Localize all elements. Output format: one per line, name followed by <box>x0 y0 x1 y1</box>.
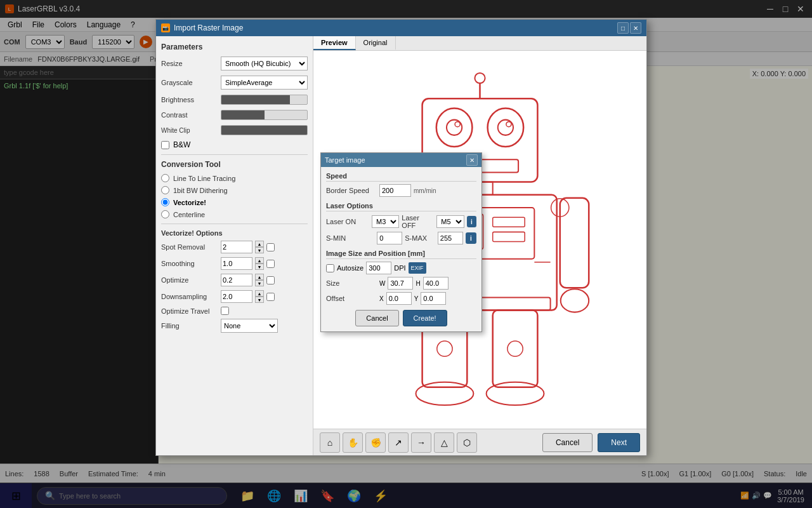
offset-y-input[interactable] <box>421 292 446 305</box>
laser-on-label: Laser ON <box>326 218 369 225</box>
border-speed-input[interactable] <box>379 184 411 197</box>
s-max-label: S-MAX <box>405 234 435 242</box>
spot-removal-spinner: ▲ ▼ <box>255 241 264 253</box>
target-content: Speed Border Speed mm/min Laser Options … <box>321 167 481 331</box>
radio-1bit-bw[interactable] <box>161 186 169 194</box>
svg-rect-19 <box>560 198 589 288</box>
brightness-row: Brightness <box>161 95 308 105</box>
width-input[interactable] <box>388 277 413 290</box>
downsampling-row: Downsampling ▲ ▼ <box>161 290 308 303</box>
laser-options-section: Laser Options Laser ON M3 M4 Laser OFF M… <box>326 202 476 244</box>
laser-info-btn[interactable]: i <box>467 216 476 227</box>
params-panel: Parameters Resize Smooth (HQ Bicubic) Ne… <box>156 36 313 455</box>
radio-centerline[interactable] <box>161 210 169 218</box>
radio-1bit-row: 1bit BW Dithering <box>161 186 308 194</box>
grayscale-select[interactable]: SimpleAverage Luminance BT709 <box>221 76 308 90</box>
smoothing-checkbox[interactable] <box>266 260 275 268</box>
height-input[interactable] <box>423 277 449 290</box>
brightness-slider[interactable] <box>221 95 308 105</box>
resize-select[interactable]: Smooth (HQ Bicubic) Nearest Neighbor Bil… <box>221 57 308 70</box>
tool-arrow[interactable]: → <box>411 432 431 453</box>
radio-vectorize[interactable] <box>161 198 169 206</box>
autosize-checkbox[interactable] <box>326 264 334 272</box>
smoothing-down[interactable]: ▼ <box>255 264 264 270</box>
bottom-action-buttons: Cancel Next <box>542 433 640 452</box>
exif-button[interactable]: EXIF <box>409 262 426 274</box>
tool-grab[interactable]: ✊ <box>365 432 386 453</box>
bw-checkbox[interactable] <box>161 141 169 149</box>
target-close-button[interactable]: ✕ <box>466 154 478 166</box>
downsampling-up[interactable]: ▲ <box>255 290 264 297</box>
h-label: H <box>416 280 420 287</box>
tool-laser[interactable]: ⬡ <box>457 432 477 453</box>
radio-vectorize-label: Vectorize! <box>173 199 206 206</box>
s-max-input[interactable] <box>438 232 463 244</box>
preview-tabs: Preview Original <box>313 36 646 51</box>
spot-removal-checkbox[interactable] <box>266 243 275 251</box>
laser-on-select[interactable]: M3 M4 <box>372 215 399 228</box>
import-dialog-title: Import Raster Image <box>174 23 243 32</box>
optimize-up[interactable]: ▲ <box>255 274 264 280</box>
svg-point-3 <box>447 120 462 135</box>
tool-hand[interactable]: ✋ <box>343 432 363 453</box>
resize-label: Resize <box>161 60 218 67</box>
border-speed-unit: mm/min <box>414 187 436 194</box>
white-clip-slider[interactable] <box>221 125 308 135</box>
dpi-label: DPI <box>394 264 405 272</box>
tab-preview[interactable]: Preview <box>313 36 356 50</box>
tool-home[interactable]: ⌂ <box>320 432 340 453</box>
downsampling-checkbox[interactable] <box>266 293 275 301</box>
radio-line-tracing-label: Line To Line Tracing <box>173 175 235 182</box>
s-max-info-btn[interactable]: i <box>466 232 476 244</box>
radio-line-tracing-row: Line To Line Tracing <box>161 174 308 182</box>
smoothing-up[interactable]: ▲ <box>255 257 264 264</box>
spot-removal-down[interactable]: ▼ <box>255 247 264 253</box>
svg-point-22 <box>416 382 474 405</box>
conversion-title: Conversion Tool <box>161 160 308 169</box>
offset-x-input[interactable] <box>386 292 412 305</box>
contrast-fill <box>221 110 265 119</box>
tab-original[interactable]: Original <box>356 36 396 50</box>
white-clip-fill <box>221 126 307 135</box>
filling-select[interactable]: None Auto Horizontal Vertical <box>221 319 278 333</box>
target-cancel-button[interactable]: Cancel <box>355 310 398 326</box>
bw-label: B&W <box>173 140 190 149</box>
tool-cursor[interactable]: ↗ <box>388 432 409 453</box>
border-speed-row: Border Speed mm/min <box>326 184 476 197</box>
tool-triangle[interactable]: △ <box>434 432 454 453</box>
app-window: L LaserGRBL v3.0.4 ─ □ ✕ Grbl File Color… <box>0 0 812 508</box>
downsampling-input[interactable] <box>221 290 252 303</box>
spot-removal-input[interactable] <box>221 241 252 253</box>
downsampling-down[interactable]: ▼ <box>255 297 264 303</box>
downsampling-spinner: ▲ ▼ <box>255 290 264 303</box>
next-button[interactable]: Next <box>598 433 640 452</box>
spot-removal-row: Spot Removal ▲ ▼ <box>161 241 308 253</box>
spot-removal-up[interactable]: ▲ <box>255 241 264 247</box>
dpi-input[interactable] <box>366 262 391 274</box>
radio-line-tracing[interactable] <box>161 174 169 182</box>
optimize-row: Optimize ▲ ▼ <box>161 274 308 286</box>
optimize-input[interactable] <box>221 274 252 286</box>
svg-point-1 <box>436 108 473 147</box>
contrast-slider[interactable] <box>221 110 308 120</box>
create-button[interactable]: Create! <box>403 310 447 326</box>
radio-1bit-label: 1bit BW Dithering <box>173 187 228 194</box>
import-dialog-close[interactable]: ✕ <box>630 22 641 34</box>
import-dialog-maximize[interactable]: □ <box>617 22 629 34</box>
optimize-down[interactable]: ▼ <box>255 280 264 286</box>
smoothing-input[interactable] <box>221 257 252 270</box>
optimize-label: Optimize <box>161 276 218 284</box>
bottom-tool-buttons: ⌂ ✋ ✊ ↗ → △ ⬡ <box>320 432 477 453</box>
laser-off-select[interactable]: M5 M3 <box>436 215 464 228</box>
optimize-checkbox[interactable] <box>266 276 275 284</box>
cancel-button[interactable]: Cancel <box>542 433 593 452</box>
svg-point-26 <box>508 341 523 356</box>
offset-row: Offset X Y <box>326 292 476 305</box>
target-dialog: Target image ✕ Speed Border Speed mm/min… <box>320 152 482 332</box>
s-min-input[interactable] <box>377 232 402 244</box>
autosize-row: Autosize DPI EXIF <box>326 262 476 274</box>
svg-rect-15 <box>493 232 525 241</box>
optimize-travel-checkbox[interactable] <box>221 307 229 315</box>
radio-centerline-row: Centerline <box>161 210 308 218</box>
s-min-label: S-MIN <box>326 234 374 242</box>
